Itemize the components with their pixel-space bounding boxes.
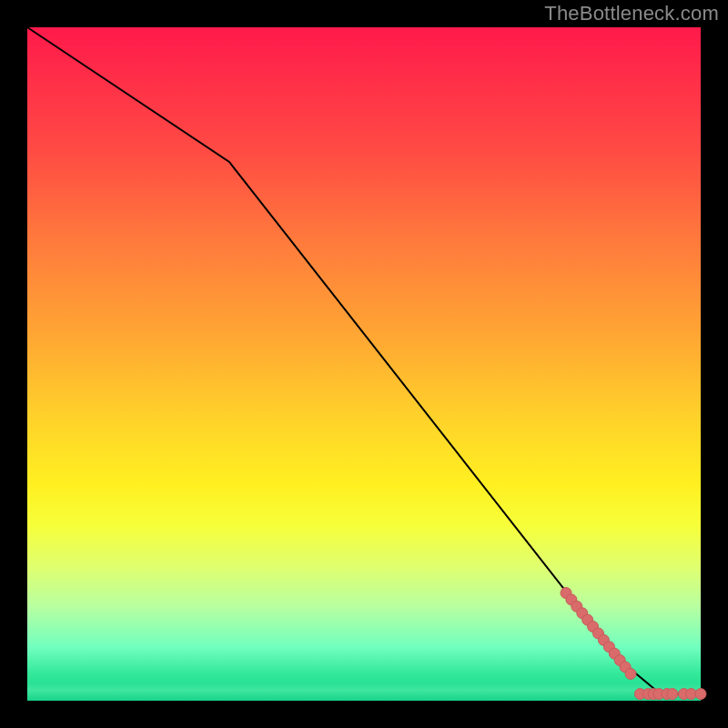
watermark-text: TheBottleneck.com bbox=[544, 2, 719, 25]
plot-area bbox=[27, 27, 701, 701]
data-point bbox=[667, 689, 678, 700]
bottleneck-curve bbox=[27, 27, 701, 694]
chart-stage: TheBottleneck.com bbox=[0, 0, 728, 728]
chart-overlay bbox=[27, 27, 701, 701]
data-point bbox=[695, 689, 706, 700]
data-point bbox=[625, 668, 636, 679]
data-markers bbox=[561, 588, 706, 700]
